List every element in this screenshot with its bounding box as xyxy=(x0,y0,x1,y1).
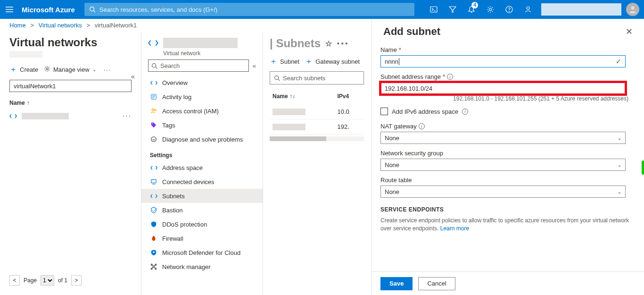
def-icon xyxy=(150,249,157,256)
plus-icon: ＋ xyxy=(9,65,17,75)
more-button[interactable]: ··· xyxy=(102,64,114,75)
menu-item[interactable]: Overview xyxy=(141,76,263,90)
svg-line-4 xyxy=(93,11,95,13)
range-helper: 192.168.101.0 - 192.168.101.255 (251 + 5… xyxy=(383,95,628,102)
menu-search-input[interactable]: Search xyxy=(148,59,249,72)
search-subnets-input[interactable]: Search subnets xyxy=(270,71,364,84)
route-table-select[interactable]: None⌄ xyxy=(380,185,626,198)
chevron-down-icon: ⌄ xyxy=(618,189,621,194)
settings-icon[interactable] xyxy=(481,0,500,19)
filter-icon[interactable] xyxy=(443,0,462,19)
heading-suffix: | Subnets xyxy=(270,37,321,50)
info-icon[interactable]: i xyxy=(462,109,468,115)
subnet-row[interactable]: 10.0 xyxy=(270,104,364,119)
chevron-down-icon: ⌄ xyxy=(618,135,621,141)
menu-item[interactable]: Diagnose and solve problems xyxy=(141,132,263,146)
notification-badge: 4 xyxy=(471,2,478,8)
info-icon[interactable]: i xyxy=(447,74,453,80)
bastion-icon xyxy=(150,206,157,214)
menu-item[interactable]: DDoS protection xyxy=(141,217,263,231)
nat-gateway-select[interactable]: None⌄ xyxy=(380,132,626,144)
gear-icon xyxy=(44,66,50,74)
svg-point-21 xyxy=(152,109,154,110)
subnet-row[interactable]: 192. xyxy=(270,119,364,135)
column-header-name[interactable]: Name ↑ xyxy=(9,97,132,109)
global-search[interactable]: Search resources, services, and docs (G+… xyxy=(84,3,414,16)
learn-more-link[interactable]: Learn more xyxy=(440,225,469,232)
menu-item[interactable]: Bastion xyxy=(141,203,263,217)
endpoints-description: Create service endpoint policies to allo… xyxy=(380,217,633,233)
menu-item[interactable]: Network manager xyxy=(141,260,263,274)
subnet-name-input[interactable]: nnnn ✓ xyxy=(380,55,626,67)
breadcrumb-home[interactable]: Home xyxy=(9,22,26,29)
menu-item[interactable]: Microsoft Defender for Cloud xyxy=(141,245,263,260)
filter-input[interactable]: virtualNetwork1 xyxy=(9,80,132,92)
more-icon[interactable]: ··· xyxy=(337,37,349,50)
resource-menu-pane: Virtual network Search « OverviewActivit… xyxy=(141,32,263,295)
svg-point-37 xyxy=(275,76,279,79)
avatar[interactable] xyxy=(626,3,639,16)
svg-rect-25 xyxy=(151,180,157,183)
breadcrumb-vnets[interactable]: Virtual networks xyxy=(39,22,82,29)
next-page-button[interactable]: > xyxy=(71,275,82,286)
manage-view-button[interactable]: Manage view ⌄ xyxy=(44,66,96,74)
azure-top-bar: Microsoft Azure Search resources, servic… xyxy=(0,0,644,19)
collapse-icon[interactable]: « xyxy=(131,73,135,80)
menu-item[interactable]: Access control (IAM) xyxy=(141,104,263,118)
cloud-shell-icon[interactable] xyxy=(424,0,443,19)
scope-redacted xyxy=(9,51,42,58)
info-icon[interactable]: i xyxy=(419,123,425,129)
favorite-icon[interactable]: ☆ xyxy=(325,39,332,48)
search-icon xyxy=(89,6,96,13)
subnet-name-redacted xyxy=(272,124,305,130)
global-search-placeholder: Search resources, services, and docs (G+… xyxy=(99,6,217,13)
add-gateway-subnet-button[interactable]: ＋ Gateway subnet xyxy=(305,57,360,67)
menu-item[interactable]: Activity log xyxy=(141,90,263,104)
notifications-icon[interactable]: 4 xyxy=(462,0,481,19)
save-button[interactable]: Save xyxy=(380,277,413,290)
th-ipv4[interactable]: IPv4 xyxy=(334,88,364,104)
menu-item[interactable]: Tags xyxy=(141,118,263,132)
search-icon xyxy=(151,63,157,69)
ipv6-checkbox[interactable]: Add IPv6 address space i xyxy=(380,108,633,115)
subnet-range-input[interactable]: 192.168.101.0/24 xyxy=(380,82,626,94)
close-icon[interactable]: ✕ xyxy=(626,26,633,37)
sort-icon: ↑↓ xyxy=(289,93,295,100)
flyout-title: Add subnet xyxy=(383,25,440,38)
th-name[interactable]: Name ↑↓ xyxy=(270,88,334,104)
menu-section-settings: Settings xyxy=(141,146,263,160)
svg-rect-5 xyxy=(430,7,437,12)
vnet-row[interactable]: ··· xyxy=(9,109,132,123)
subnets-main-pane: | Subnets ☆ ··· ＋ Subnet ＋ Gateway subne… xyxy=(263,32,367,295)
prev-page-button[interactable]: < xyxy=(9,275,20,286)
vnet-icon xyxy=(148,38,158,48)
add-subnet-button[interactable]: ＋ Subnet xyxy=(270,57,299,67)
menu-item[interactable]: Connected devices xyxy=(141,175,263,189)
horizontal-scrollbar[interactable] xyxy=(270,136,364,141)
menu-item[interactable]: Address space xyxy=(141,160,263,175)
row-more-icon[interactable]: ··· xyxy=(123,112,132,120)
chevron-down-icon: ⌄ xyxy=(618,162,621,168)
fw-icon xyxy=(150,235,157,242)
add-subnet-flyout: Add subnet ✕ Name* nnnn ✓ Subnet address… xyxy=(372,19,644,295)
create-button[interactable]: ＋ Create xyxy=(9,65,38,75)
svg-marker-7 xyxy=(449,7,456,12)
menu-item[interactable]: Subnets xyxy=(141,189,263,203)
svg-point-24 xyxy=(151,137,157,142)
log-icon xyxy=(150,93,157,101)
hamburger-icon[interactable] xyxy=(5,5,14,14)
vnets-title: Virtual networks xyxy=(9,36,132,49)
cancel-button[interactable]: Cancel xyxy=(418,277,455,290)
collapse-icon[interactable]: « xyxy=(253,62,256,69)
account-placeholder xyxy=(541,3,621,16)
menu-item[interactable]: Firewall xyxy=(141,231,263,245)
search-icon xyxy=(274,75,280,81)
nsg-select[interactable]: None⌄ xyxy=(380,159,626,171)
help-icon[interactable] xyxy=(500,0,519,19)
iam-icon xyxy=(150,107,157,115)
feedback-icon[interactable] xyxy=(519,0,537,19)
page-select[interactable]: 1 xyxy=(41,275,54,286)
svg-point-15 xyxy=(152,63,156,67)
brand-label[interactable]: Microsoft Azure xyxy=(22,6,75,14)
vnet-icon xyxy=(9,112,17,120)
